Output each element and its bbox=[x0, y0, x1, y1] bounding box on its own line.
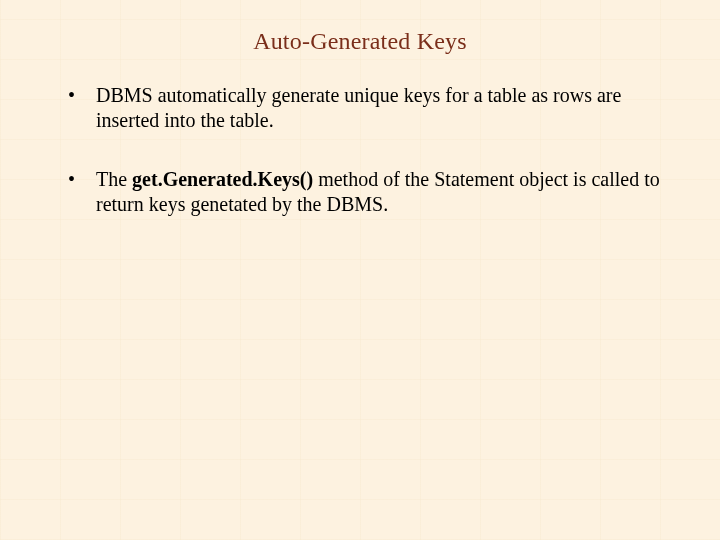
bullet-item: DBMS automatically generate unique keys … bbox=[68, 83, 680, 133]
bullet-text-bold: get.Generated.Keys() bbox=[132, 168, 313, 190]
bullet-text: DBMS automatically generate unique keys … bbox=[96, 84, 621, 131]
slide-title: Auto-Generated Keys bbox=[40, 28, 680, 55]
bullet-text-pre: The bbox=[96, 168, 132, 190]
bullet-list: DBMS automatically generate unique keys … bbox=[40, 83, 680, 217]
bullet-item: The get.Generated.Keys() method of the S… bbox=[68, 167, 680, 217]
slide-container: Auto-Generated Keys DBMS automatically g… bbox=[0, 0, 720, 540]
